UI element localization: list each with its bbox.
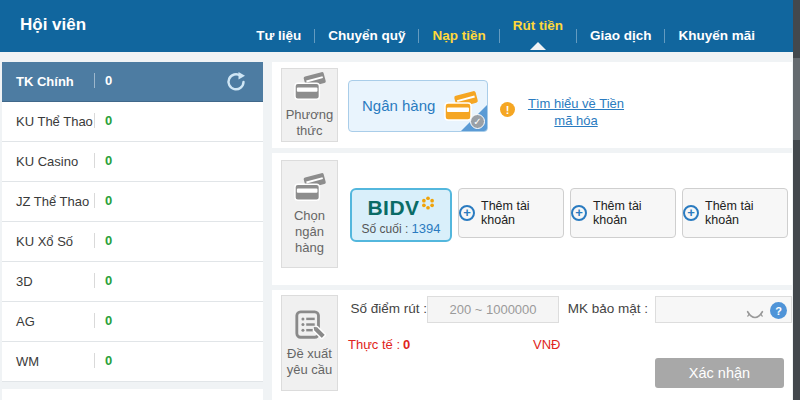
account-label: KU Casino — [16, 154, 78, 169]
nav-tab-chuyen-quy[interactable]: Chuyển quỹ — [315, 28, 418, 43]
sidebar-item-jz-the-thao[interactable]: JZ Thể Thao 0 — [2, 182, 263, 222]
page-title: Hội viên — [20, 15, 86, 35]
plus-circle-icon — [459, 205, 475, 221]
section-label-text: Chọn — [294, 208, 325, 224]
nav-tab-tu-lieu[interactable]: Tư liệu — [243, 28, 314, 43]
sidebar-item-ku-the-thao[interactable]: KU Thể Thao 0 — [2, 102, 263, 142]
bank-select-section: Chọn ngân hàng BIDV Số cuối : 1394 Thêm … — [272, 153, 792, 285]
bank-select-section-label[interactable]: Chọn ngân hàng — [281, 160, 338, 268]
alert-icon — [500, 102, 515, 117]
payment-cards-icon — [292, 72, 328, 102]
top-nav: Tư liệu Chuyển quỹ Nạp tiền Rút tiền Gia… — [243, 28, 768, 43]
account-sidebar: TK Chính 0 KU Thể Thao 0 KU Casino 0 JZ … — [2, 62, 263, 382]
help-icon[interactable] — [770, 302, 787, 319]
actual-value: 0 — [403, 337, 410, 352]
section-label-text: thức — [296, 123, 322, 139]
request-form-icon — [294, 309, 326, 341]
add-account-label: Thêm tài khoản — [705, 199, 787, 227]
security-password-label: MK bảo mật : — [560, 301, 648, 316]
withdraw-request-section: Đề xuất yêu cầu Số điểm rút : Thực tế :0… — [272, 290, 792, 400]
account-balance: 0 — [94, 353, 112, 368]
payment-cards-icon — [292, 173, 328, 203]
sidebar-item-wm[interactable]: WM 0 — [2, 342, 263, 382]
section-label-text: Đề xuất — [287, 346, 332, 362]
active-tab-arrow-icon — [530, 42, 546, 50]
account-balance: 0 — [94, 153, 112, 168]
header-bar: Hội viên Tư liệu Chuyển quỹ Nạp tiền Rút… — [0, 0, 800, 52]
account-label: JZ Thể Thao — [16, 194, 89, 209]
account-balance: 0 — [94, 113, 112, 128]
bank-method-label: Ngân hàng — [362, 97, 435, 114]
scrollbar-thumb[interactable] — [793, 58, 800, 140]
method-section: Phương thức Ngân hàng Tìm hiểu về Tiền m… — [272, 62, 792, 148]
add-account-button-3[interactable]: Thêm tài khoản — [682, 188, 788, 238]
account-balance: 0 — [94, 193, 112, 208]
withdraw-amount-label: Số điểm rút : — [340, 301, 427, 316]
actual-label: Thực tế : — [348, 337, 400, 352]
nav-tab-label: Rút tiền — [513, 18, 563, 33]
account-label: AG — [16, 314, 35, 329]
scrollbar[interactable] — [793, 0, 800, 400]
sidebar-item-ku-casino[interactable]: KU Casino 0 — [2, 142, 263, 182]
sidebar-item-ag[interactable]: AG 0 — [2, 302, 263, 342]
account-label: KU Thể Thao — [16, 114, 93, 129]
plus-circle-icon — [683, 205, 699, 221]
account-balance: 0 — [94, 233, 112, 248]
bank-card-bidv[interactable]: BIDV Số cuối : 1394 — [350, 188, 452, 242]
nav-tab-giao-dich[interactable]: Giao dịch — [577, 28, 665, 43]
add-account-label: Thêm tài khoản — [593, 199, 675, 227]
bank-method-button[interactable]: Ngân hàng — [348, 80, 488, 132]
nav-tab-khuyen-mai[interactable]: Khuyến mãi — [665, 28, 768, 43]
add-account-button-1[interactable]: Thêm tài khoản — [458, 188, 564, 238]
account-label: WM — [16, 354, 39, 369]
section-label-text: yêu cầu — [287, 362, 333, 378]
withdraw-amount-input[interactable] — [427, 296, 559, 323]
account-balance: 0 — [94, 73, 112, 88]
last-digits-label: Số cuối : — [362, 222, 409, 236]
bank-name: BIDV — [367, 196, 419, 220]
method-section-label[interactable]: Phương thức — [281, 68, 338, 142]
sidebar-partial-row — [2, 389, 263, 400]
sidebar-item-tk-chinh[interactable]: TK Chính 0 — [2, 62, 263, 102]
sidebar-item-ku-xo-so[interactable]: KU Xổ Số 0 — [2, 222, 263, 262]
card-last-digits: Số cuối : 1394 — [352, 221, 450, 236]
confirm-button[interactable]: Xác nhận — [655, 358, 784, 388]
account-balance: 0 — [94, 313, 112, 328]
currency-label: VNĐ — [533, 337, 560, 352]
crypto-info-link[interactable]: Tìm hiểu về Tiền mã hóa — [519, 95, 633, 129]
account-label: 3D — [16, 274, 33, 289]
withdraw-request-section-label[interactable]: Đề xuất yêu cầu — [281, 295, 338, 391]
plus-circle-icon — [571, 205, 587, 221]
section-label-text: Phương — [286, 107, 334, 123]
eye-closed-icon[interactable] — [746, 306, 764, 324]
sidebar-item-3d[interactable]: 3D 0 — [2, 262, 263, 302]
add-account-label: Thêm tài khoản — [481, 199, 563, 227]
account-label: KU Xổ Số — [16, 234, 73, 249]
actual-amount-text: Thực tế :0 — [348, 337, 410, 352]
security-password-field — [655, 296, 792, 323]
member-withdraw-page: Hội viên Tư liệu Chuyển quỹ Nạp tiền Rút… — [0, 0, 800, 400]
last-digits-value: 1394 — [412, 221, 441, 236]
account-label: TK Chính — [16, 74, 74, 89]
add-account-button-2[interactable]: Thêm tài khoản — [570, 188, 676, 238]
nav-tab-nap-tien[interactable]: Nạp tiền — [419, 28, 498, 43]
nav-tab-rut-tien-active[interactable]: Rút tiền — [500, 18, 576, 33]
bidv-flower-icon — [421, 196, 435, 214]
account-balance: 0 — [94, 273, 112, 288]
refresh-icon[interactable] — [225, 71, 247, 93]
section-label-text: ngân hàng — [282, 224, 337, 256]
check-icon — [470, 114, 485, 129]
